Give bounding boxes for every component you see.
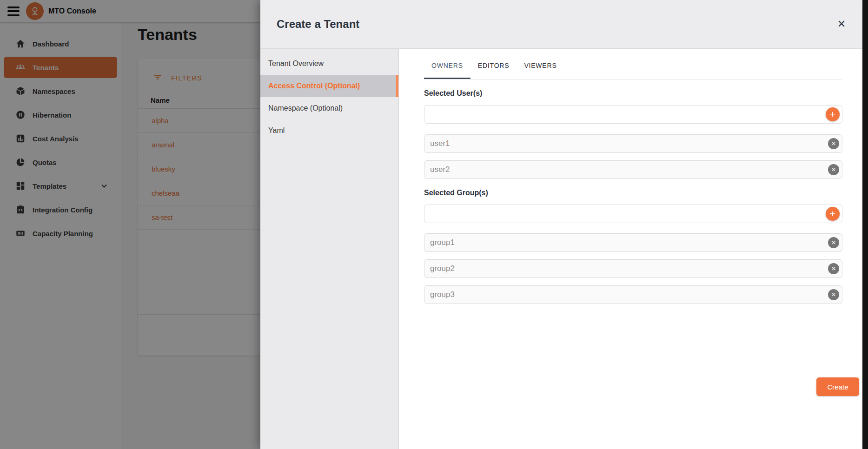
selected-group-field: group1 ✕ xyxy=(424,233,842,252)
modal-title: Create a Tenant xyxy=(277,18,359,31)
modal-nav-tenant-overview[interactable]: Tenant Overview xyxy=(260,53,398,75)
remove-group-button[interactable]: ✕ xyxy=(828,263,839,274)
modal-header: Create a Tenant ✕ xyxy=(260,0,862,49)
selected-user-value: user1 xyxy=(430,139,450,148)
tab-editors[interactable]: EDITORS xyxy=(470,60,517,79)
add-group-input[interactable] xyxy=(424,205,842,223)
remove-icon: ✕ xyxy=(831,291,836,298)
role-tabs: OWNERS EDITORS VIEWERS xyxy=(424,49,842,79)
tab-viewers[interactable]: VIEWERS xyxy=(517,60,564,79)
modal-nav-access-control[interactable]: Access Control (Optional) xyxy=(260,75,398,97)
selected-group-value: group1 xyxy=(430,238,455,247)
add-user-input[interactable] xyxy=(424,105,842,124)
selected-group-field: group2 ✕ xyxy=(424,259,842,278)
selected-group-value: group3 xyxy=(430,290,455,299)
modal-nav: Tenant Overview Access Control (Optional… xyxy=(260,49,399,449)
selected-group-field: group3 ✕ xyxy=(424,285,842,304)
remove-group-button[interactable]: ✕ xyxy=(828,237,839,248)
modal-content: OWNERS EDITORS VIEWERS Selected User(s) … xyxy=(399,49,862,449)
add-group-row: + xyxy=(424,205,842,223)
remove-user-button[interactable]: ✕ xyxy=(828,164,839,175)
screen: MTO Console Dashboard Tenants xyxy=(0,0,868,449)
plus-icon: + xyxy=(830,109,835,119)
add-user-button[interactable]: + xyxy=(826,107,840,121)
selected-groups-heading: Selected Group(s) xyxy=(424,189,842,197)
remove-icon: ✕ xyxy=(831,140,836,147)
remove-icon: ✕ xyxy=(831,166,836,173)
add-group-button[interactable]: + xyxy=(826,207,840,221)
plus-icon: + xyxy=(830,208,835,219)
close-icon[interactable]: ✕ xyxy=(835,17,848,31)
selected-user-field: user2 ✕ xyxy=(424,160,842,179)
remove-icon: ✕ xyxy=(831,239,836,246)
selected-user-field: user1 ✕ xyxy=(424,134,842,153)
remove-user-button[interactable]: ✕ xyxy=(828,138,839,149)
remove-icon: ✕ xyxy=(831,265,836,272)
add-user-row: + xyxy=(424,105,842,124)
tab-owners[interactable]: OWNERS xyxy=(424,60,470,79)
remove-group-button[interactable]: ✕ xyxy=(828,289,839,300)
backdrop-edge-strip xyxy=(862,0,868,449)
selected-group-value: group2 xyxy=(430,264,455,273)
selected-user-value: user2 xyxy=(430,165,450,174)
selected-users-heading: Selected User(s) xyxy=(424,89,842,98)
create-button[interactable]: Create xyxy=(816,377,859,396)
modal-nav-yaml[interactable]: Yaml xyxy=(260,119,398,142)
create-tenant-modal: Create a Tenant ✕ Tenant Overview Access… xyxy=(260,0,862,449)
modal-nav-namespace[interactable]: Namespace (Optional) xyxy=(260,97,398,119)
